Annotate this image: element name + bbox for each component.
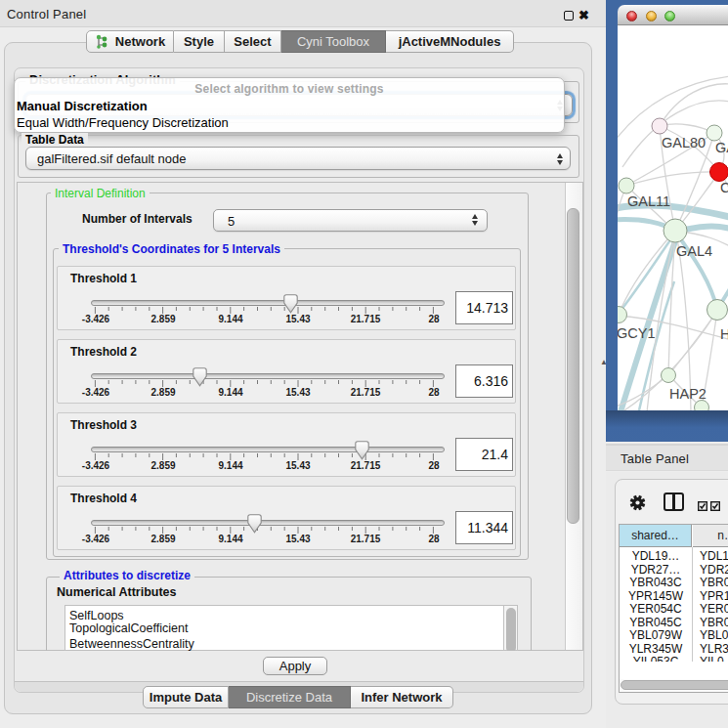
svg-text:GAL4: GAL4 <box>676 243 712 259</box>
svg-text:GA: GA <box>715 140 728 155</box>
svg-text:HAP2: HAP2 <box>669 386 707 402</box>
svg-text:GAL80: GAL80 <box>662 135 706 150</box>
svg-text:GAL11: GAL11 <box>627 193 670 209</box>
svg-text:H: H <box>720 326 728 342</box>
svg-text:C: C <box>720 180 728 195</box>
svg-text:GCY1: GCY1 <box>618 325 656 341</box>
